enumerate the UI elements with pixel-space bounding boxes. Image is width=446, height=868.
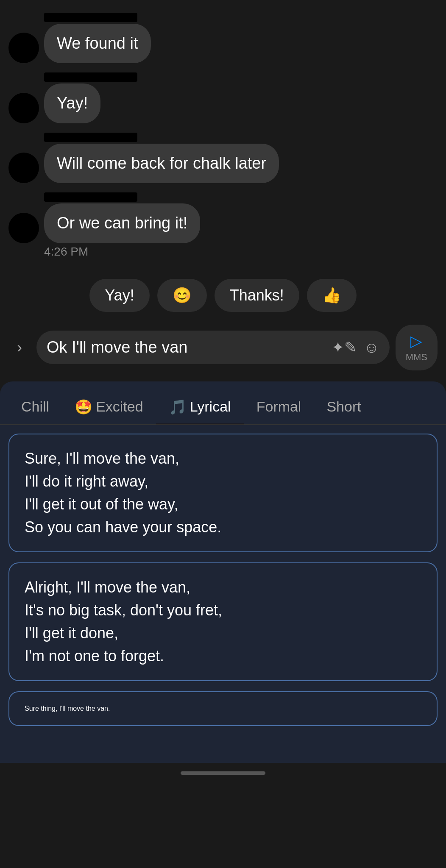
bubble-1[interactable]: We found it — [44, 24, 151, 63]
tab-short-label: Short — [326, 398, 361, 415]
avatar-2 — [8, 93, 39, 123]
avatar-3 — [8, 153, 39, 183]
tab-lyrical-label: Lyrical — [190, 398, 231, 415]
message-row-1: We found it — [8, 24, 438, 63]
send-button[interactable]: ▷ MMS — [396, 325, 438, 370]
quick-reply-thumbsup[interactable]: 👍 — [307, 279, 357, 312]
suggestion-card-2[interactable]: Alright, I'll move the van, It's no big … — [8, 562, 438, 681]
suggestion-1-text: Sure, I'll move the van, I'll do it righ… — [25, 447, 421, 539]
sender-name-bar-3 — [44, 133, 137, 142]
avatar-4 — [8, 213, 39, 243]
chat-container: We found it Yay! Will come back for chal… — [0, 0, 446, 787]
input-row: › ✦✎ ☺ ▷ MMS — [8, 325, 438, 370]
suggestion-2-text: Alright, I'll move the van, It's no big … — [25, 576, 421, 668]
expand-icon[interactable]: › — [8, 337, 31, 359]
quick-reply-yay[interactable]: Yay! — [89, 279, 149, 312]
ai-edit-icon[interactable]: ✦✎ — [332, 339, 357, 356]
sender-name-bar-4 — [44, 192, 137, 202]
suggestion-panel: Chill 🤩 Excited 🎵 Lyrical Formal Short — [0, 381, 446, 763]
tab-excited-emoji: 🤩 — [75, 398, 92, 415]
tab-short[interactable]: Short — [314, 390, 374, 425]
tab-formal[interactable]: Formal — [244, 390, 314, 425]
tab-formal-label: Formal — [256, 398, 301, 415]
bubble-2[interactable]: Yay! — [44, 83, 100, 123]
messages-area: We found it Yay! Will come back for chal… — [0, 8, 446, 266]
tab-excited-label: Excited — [96, 398, 143, 415]
message-row-3: Will come back for chalk later — [8, 144, 438, 183]
avatar-1 — [8, 33, 39, 63]
message-input[interactable] — [47, 338, 325, 356]
suggestion-card-1[interactable]: Sure, I'll move the van, I'll do it righ… — [8, 434, 438, 552]
tab-lyrical-emoji: 🎵 — [169, 398, 187, 415]
suggestion-tabs: Chill 🤩 Excited 🎵 Lyrical Formal Short — [0, 381, 446, 425]
bubble-4[interactable]: Or we can bring it! — [44, 203, 200, 243]
tab-excited[interactable]: 🤩 Excited — [62, 390, 156, 425]
suggestion-card-3[interactable]: Sure thing, I'll move the van. — [8, 691, 438, 726]
home-indicator — [181, 771, 265, 775]
message-row-4: Or we can bring it! — [8, 203, 438, 243]
suggestions-list: Sure, I'll move the van, I'll do it righ… — [0, 425, 446, 734]
quick-reply-row: Yay! 😊 Thanks! 👍 — [8, 279, 438, 312]
sender-name-bar-2 — [44, 72, 137, 82]
tab-lyrical[interactable]: 🎵 Lyrical — [156, 390, 244, 425]
send-arrow-icon: ▷ — [410, 332, 422, 350]
sender-name-bar-1 — [44, 13, 137, 22]
quick-reply-thanks[interactable]: Thanks! — [215, 279, 299, 312]
quick-reply-smile[interactable]: 😊 — [157, 279, 207, 312]
send-label: MMS — [406, 352, 427, 363]
tab-chill-label: Chill — [21, 398, 49, 415]
message-row-2: Yay! — [8, 83, 438, 123]
emoji-icon[interactable]: ☺ — [364, 339, 379, 356]
text-input-container: ✦✎ ☺ — [36, 331, 390, 364]
timestamp-4: 4:26 PM — [44, 245, 438, 259]
suggestion-3-text: Sure thing, I'll move the van. — [25, 705, 421, 712]
tab-chill[interactable]: Chill — [8, 390, 62, 425]
bubble-3[interactable]: Will come back for chalk later — [44, 144, 279, 183]
